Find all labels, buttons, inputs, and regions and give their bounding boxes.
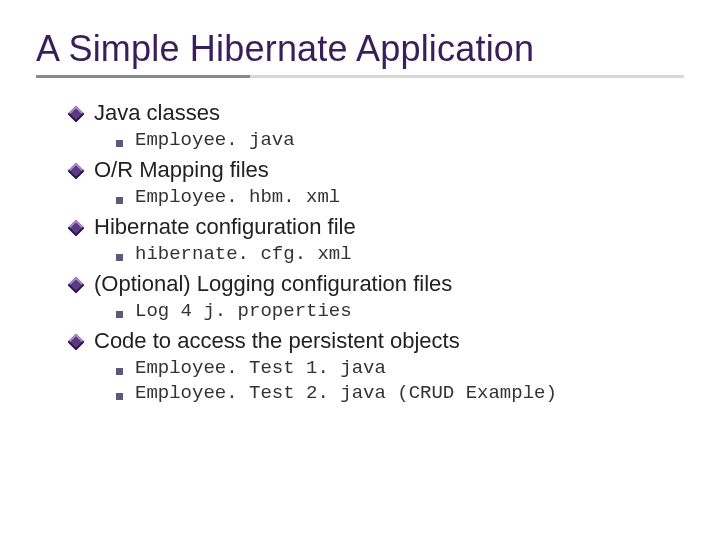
diamond-icon <box>70 222 84 236</box>
item-label: Employee. java <box>135 129 295 151</box>
square-icon <box>116 140 123 147</box>
diamond-icon <box>70 108 84 122</box>
list-item: Employee. Test 2. java (CRUD Example) <box>70 382 684 404</box>
square-icon <box>116 368 123 375</box>
content: Java classes Employee. java O/R Mapping … <box>36 100 684 404</box>
section-access-code: Code to access the persistent objects <box>70 328 684 354</box>
item-label: Log 4 j. properties <box>135 300 352 322</box>
section-label: Code to access the persistent objects <box>94 328 460 354</box>
section-label: Java classes <box>94 100 220 126</box>
section-hibernate-config: Hibernate configuration file <box>70 214 684 240</box>
section-label: (Optional) Logging configuration files <box>94 271 452 297</box>
section-label: O/R Mapping files <box>94 157 269 183</box>
slide: A Simple Hibernate Application Java clas… <box>0 0 720 540</box>
item-label: Employee. Test 2. java (CRUD Example) <box>135 382 557 404</box>
item-label: hibernate. cfg. xml <box>135 243 352 265</box>
slide-title: A Simple Hibernate Application <box>36 28 684 69</box>
section-label: Hibernate configuration file <box>94 214 356 240</box>
section-logging-config: (Optional) Logging configuration files <box>70 271 684 297</box>
section-java-classes: Java classes <box>70 100 684 126</box>
diamond-icon <box>70 336 84 350</box>
list-item: Log 4 j. properties <box>70 300 684 322</box>
item-label: Employee. hbm. xml <box>135 186 340 208</box>
list-item: Employee. java <box>70 129 684 151</box>
item-label: Employee. Test 1. java <box>135 357 386 379</box>
list-item: Employee. Test 1. java <box>70 357 684 379</box>
title-underline <box>36 75 684 78</box>
square-icon <box>116 311 123 318</box>
section-or-mapping: O/R Mapping files <box>70 157 684 183</box>
square-icon <box>116 393 123 400</box>
diamond-icon <box>70 165 84 179</box>
diamond-icon <box>70 279 84 293</box>
square-icon <box>116 254 123 261</box>
list-item: Employee. hbm. xml <box>70 186 684 208</box>
list-item: hibernate. cfg. xml <box>70 243 684 265</box>
title-block: A Simple Hibernate Application <box>36 28 684 78</box>
square-icon <box>116 197 123 204</box>
